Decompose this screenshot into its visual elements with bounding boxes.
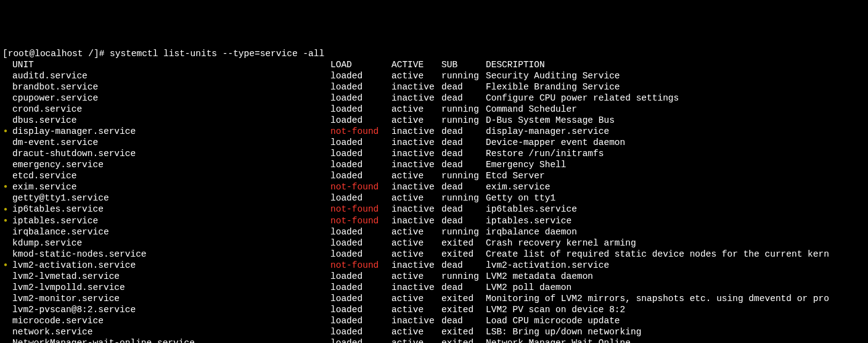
service-row: getty@tty1.serviceloadedactiverunningGet… [2, 192, 868, 204]
cell-unit: kmod-static-nodes.service [12, 249, 330, 260]
service-row: microcode.serviceloadedinactivedeadLoad … [2, 315, 868, 326]
cell-active: active [391, 170, 441, 181]
service-row: dracut-shutdown.serviceloadedinactivedea… [2, 148, 868, 159]
cell-load: loaded [330, 93, 391, 104]
status-bullet [2, 315, 12, 326]
cell-sub: running [441, 271, 486, 282]
cell-description: Configure CPU power related settings [486, 93, 679, 104]
cell-active: active [391, 238, 441, 249]
cell-load: loaded [330, 137, 391, 148]
service-row: ●lvm2-activation.servicenot-foundinactiv… [2, 260, 868, 271]
service-row: ●display-manager.servicenot-foundinactiv… [2, 126, 868, 137]
status-bullet [2, 115, 12, 126]
cell-description: Restore /run/initramfs [486, 148, 604, 159]
cell-load: loaded [330, 238, 391, 249]
cell-description: Crash recovery kernel arming [486, 238, 636, 249]
cell-load: not-found [330, 181, 391, 192]
status-bullet [2, 337, 12, 343]
bullet-dot-icon: ● [2, 204, 7, 215]
cell-sub: dead [441, 215, 486, 226]
service-row: network.serviceloadedactiveexitedLSB: Br… [2, 326, 868, 337]
cell-sub: dead [441, 260, 486, 271]
cell-active: inactive [391, 181, 441, 192]
status-bullet [2, 93, 12, 104]
service-row: lvm2-lvmpolld.serviceloadedinactivedeadL… [2, 282, 868, 293]
cell-active: inactive [391, 215, 441, 226]
cell-description: Etcd Server [486, 170, 545, 181]
cell-unit: kdump.service [12, 238, 330, 249]
cell-unit: exim.service [12, 181, 330, 192]
cell-description: Device-mapper event daemon [486, 137, 625, 148]
cell-unit: dbus.service [12, 115, 330, 126]
cell-unit: dm-event.service [12, 137, 330, 148]
cell-description: LVM2 poll daemon [486, 282, 571, 293]
cell-active: active [391, 293, 441, 304]
cell-unit: cpupower.service [12, 93, 330, 104]
cell-unit: lvm2-lvmetad.service [12, 271, 330, 282]
cell-load: not-found [330, 126, 391, 137]
cell-sub: running [441, 226, 486, 238]
cell-description: lvm2-activation.service [486, 260, 609, 271]
cell-sub: dead [441, 282, 486, 293]
cell-sub: dead [441, 181, 486, 192]
cell-sub: dead [441, 81, 486, 93]
cell-unit: NetworkManager-wait-online.service [12, 337, 330, 343]
cell-sub: running [441, 192, 486, 204]
cell-description: Flexible Branding Service [486, 81, 620, 93]
cell-active: active [391, 192, 441, 204]
cell-unit: etcd.service [12, 170, 330, 181]
header-active: ACTIVE [391, 59, 441, 70]
status-bullet [2, 249, 12, 260]
service-row: auditd.serviceloadedactiverunningSecurit… [2, 70, 868, 81]
cell-load: loaded [330, 159, 391, 170]
cell-sub: exited [441, 337, 486, 343]
cell-unit: display-manager.service [12, 126, 330, 137]
cell-sub: dead [441, 159, 486, 170]
status-bullet [2, 304, 12, 315]
cell-description: LVM2 PV scan on device 8:2 [486, 304, 625, 315]
bullet-dot-icon: ● [2, 260, 7, 271]
cell-sub: dead [441, 315, 486, 326]
status-bullet: ● [2, 215, 12, 226]
status-bullet [2, 238, 12, 249]
cell-unit: ip6tables.service [12, 204, 330, 215]
cell-sub: dead [441, 148, 486, 159]
cell-unit: lvm2-pvscan@8:2.service [12, 304, 330, 315]
service-row: dbus.serviceloadedactiverunningD-Bus Sys… [2, 115, 868, 126]
cell-load: loaded [330, 337, 391, 343]
service-row: kmod-static-nodes.serviceloadedactiveexi… [2, 249, 868, 260]
cell-unit: auditd.service [12, 70, 330, 81]
cell-sub: exited [441, 326, 486, 337]
cell-load: loaded [330, 293, 391, 304]
cell-unit: lvm2-lvmpolld.service [12, 282, 330, 293]
cell-active: active [391, 115, 441, 126]
cell-sub: dead [441, 93, 486, 104]
cell-active: inactive [391, 260, 441, 271]
cell-unit: microcode.service [12, 315, 330, 326]
cell-unit: emergency.service [12, 159, 330, 170]
service-row: cpupower.serviceloadedinactivedeadConfig… [2, 93, 868, 104]
bullet-dot-icon: ● [2, 181, 7, 192]
service-row: brandbot.serviceloadedinactivedeadFlexib… [2, 81, 868, 93]
cell-active: inactive [391, 81, 441, 93]
cell-active: inactive [391, 148, 441, 159]
cell-sub: exited [441, 304, 486, 315]
cell-description: Network Manager Wait Online [486, 337, 631, 343]
cell-sub: exited [441, 249, 486, 260]
service-row: NetworkManager-wait-online.serviceloaded… [2, 337, 868, 343]
status-bullet [2, 137, 12, 148]
bullet-dot-icon: ● [2, 215, 7, 226]
cell-load: loaded [330, 115, 391, 126]
cell-sub: running [441, 70, 486, 81]
terminal-output[interactable]: [root@localhost /]# systemctl list-units… [2, 48, 868, 343]
cell-description: ip6tables.service [486, 204, 577, 215]
service-row: crond.serviceloadedactiverunningCommand … [2, 104, 868, 115]
cell-active: active [391, 271, 441, 282]
cell-active: active [391, 249, 441, 260]
cell-load: loaded [330, 271, 391, 282]
cell-active: active [391, 304, 441, 315]
cell-active: inactive [391, 315, 441, 326]
cell-load: loaded [330, 70, 391, 81]
cell-load: loaded [330, 170, 391, 181]
header-description: DESCRIPTION [486, 59, 545, 70]
